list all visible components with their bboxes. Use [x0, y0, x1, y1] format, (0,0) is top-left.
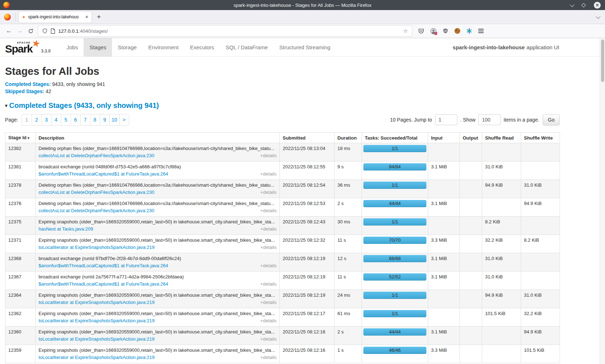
reload-icon[interactable]	[25, 28, 36, 34]
firefox-view-icon[interactable]	[4, 14, 11, 21]
forward-button[interactable]: →	[14, 27, 25, 35]
items-per-page-input[interactable]	[478, 114, 501, 125]
submitted-cell: 2022/11/25 08:12:53	[280, 198, 335, 217]
stage-detail-link[interactable]: toLocalIterator at ExpireSnapshotsSparkA…	[39, 336, 154, 343]
nav-item-stages[interactable]: Stages	[84, 38, 112, 56]
nav-item-sql-dataframe[interactable]: SQL / DataFrame	[220, 38, 274, 56]
description-subline: toLocalIterator at ExpireSnapshotsSparkA…	[39, 354, 277, 361]
details-toggle[interactable]: +details	[260, 152, 277, 159]
list-tabs-chevron-icon[interactable]	[596, 14, 601, 19]
tasks-progress-bar: 1/1	[363, 182, 426, 189]
tab-close-icon[interactable]: ×	[85, 14, 88, 19]
shuffle-read-cell: 31.0 KiB	[482, 253, 521, 272]
tasks-progress-bar: 70/70	[363, 237, 426, 244]
next-page-button[interactable]: >	[119, 114, 129, 125]
stage-row: 12378Deleting orphan files (older_than=1…	[5, 180, 560, 198]
col-header-output[interactable]: Output	[460, 133, 482, 143]
details-toggle[interactable]: +details	[260, 336, 277, 343]
stage-detail-link[interactable]: hasNext at Tasks.java:209	[39, 226, 93, 233]
description-subline: $anonfun$withThreadLocalCaptured$1 at Fu…	[39, 262, 277, 269]
nav-item-environment[interactable]: Environment	[143, 38, 184, 56]
nav-item-jobs[interactable]: Jobs	[61, 38, 84, 56]
details-toggle[interactable]: +details	[260, 262, 277, 269]
col-header-tasks-succeeded-total[interactable]: Tasks: Succeeded/Total	[362, 133, 428, 143]
col-header-input[interactable]: Input	[428, 133, 460, 143]
page-button-10[interactable]: 10	[109, 114, 119, 125]
completed-stages-section-header[interactable]: ▾Completed Stages (9433, only showing 94…	[5, 101, 605, 110]
spark-version: 3.3.0	[41, 49, 51, 54]
page-button-4[interactable]: 4	[51, 114, 61, 125]
details-toggle[interactable]: +details	[260, 226, 277, 233]
cookie-icon[interactable]	[454, 28, 460, 34]
details-toggle[interactable]: +details	[260, 299, 277, 306]
stage-detail-link[interactable]: $anonfun$withThreadLocalCaptured$1 at Fu…	[39, 170, 168, 178]
page-button-9[interactable]: 9	[100, 114, 109, 125]
duration-cell: 24 ms	[335, 290, 362, 308]
completed-stages-link[interactable]: Completed Stages:	[5, 81, 51, 87]
scrollbar[interactable]	[600, 38, 605, 364]
browser-tab[interactable]: ★ spark-ingest-into-lakehous ×	[19, 12, 91, 23]
submitted-cell: 2022/11/25 08:12:54	[280, 180, 335, 198]
skipped-stages-link[interactable]: Skipped Stages:	[5, 88, 44, 94]
stage-detail-link[interactable]: toLocalIterator at ExpireSnapshotsSparkA…	[39, 354, 154, 361]
col-header-submitted[interactable]: Submitted	[280, 133, 335, 143]
stage-detail-link[interactable]: $anonfun$withThreadLocalCaptured$1 at Fu…	[39, 281, 168, 288]
pocket-icon[interactable]	[418, 28, 424, 34]
col-header-stage-id[interactable]: Stage Id▾	[5, 133, 36, 143]
page-icon[interactable]	[51, 28, 55, 34]
col-header-description[interactable]: Description	[36, 133, 280, 143]
stage-detail-link[interactable]: toLocalIterator at ExpireSnapshotsSparkA…	[39, 244, 154, 251]
new-tab-button[interactable]: +	[97, 13, 101, 21]
details-toggle[interactable]: +details	[260, 281, 277, 288]
details-toggle[interactable]: +details	[260, 244, 277, 251]
stage-id-cell: 12376	[5, 198, 36, 217]
description-subline: hasNext at Tasks.java:209+details	[39, 226, 277, 233]
stage-detail-link[interactable]: toLocalIterator at ExpireSnapshotsSparkA…	[39, 299, 154, 306]
page-button-7[interactable]: 7	[80, 114, 90, 125]
maximize-icon[interactable]	[581, 3, 586, 8]
table-header-row: Stage Id▾DescriptionSubmittedDurationTas…	[5, 133, 560, 143]
page-button-5[interactable]: 5	[61, 114, 71, 125]
go-button[interactable]: Go	[543, 114, 560, 126]
menu-icon[interactable]	[478, 29, 484, 33]
back-button[interactable]: ←	[4, 27, 14, 35]
stage-detail-link[interactable]: toLocalIterator at ExpireSnapshotsSparkA…	[39, 317, 154, 324]
page-button-1[interactable]: 1	[22, 114, 32, 125]
stage-detail-link[interactable]: collectAsList at DeleteOrphanFilesSparkA…	[39, 152, 154, 159]
extension-asterisk-icon[interactable]	[466, 28, 472, 34]
shield-icon[interactable]	[42, 28, 48, 34]
ublock-icon[interactable]: uO	[443, 28, 448, 34]
stage-row: 12376Deleting orphan files (older_than=1…	[5, 198, 560, 217]
url-text[interactable]: 127.0.0.1:4040/stages/	[58, 28, 108, 34]
stage-detail-link[interactable]: $anonfun$withThreadLocalCaptured$1 at Fu…	[39, 262, 168, 269]
page-button-2[interactable]: 2	[32, 114, 41, 125]
bookmark-star-icon[interactable]: ☆	[403, 28, 408, 34]
col-header-duration[interactable]: Duration	[335, 133, 362, 143]
details-toggle[interactable]: +details	[260, 170, 277, 178]
spark-favicon-icon: ★	[22, 14, 26, 19]
stage-row: 12371Expiring snapshots (older_than=1669…	[5, 235, 560, 253]
account-icon[interactable]: ×	[430, 28, 436, 34]
spark-logo[interactable]: APACHE Spark ★	[5, 38, 39, 56]
page-button-8[interactable]: 8	[90, 114, 100, 125]
pages-info-text: 10 Pages. Jump to	[390, 117, 432, 123]
stage-detail-link[interactable]: collectAsList at DeleteOrphanFilesSparkA…	[39, 207, 154, 214]
stage-detail-link[interactable]: collectAsList at DeleteOrphanFilesSparkA…	[39, 189, 154, 196]
page-button-6[interactable]: 6	[71, 114, 80, 125]
details-toggle[interactable]: +details	[260, 317, 277, 324]
col-header-shuffle-write[interactable]: Shuffle Write	[521, 133, 560, 143]
details-toggle[interactable]: +details	[260, 207, 277, 214]
close-icon[interactable]: ×	[594, 2, 601, 9]
details-toggle[interactable]: +details	[260, 354, 277, 361]
minimize-icon[interactable]	[570, 2, 575, 7]
nav-item-executors[interactable]: Executors	[184, 38, 220, 56]
nav-item-storage[interactable]: Storage	[112, 38, 143, 56]
page-button-3[interactable]: 3	[41, 114, 51, 125]
description-subline: collectAsList at DeleteOrphanFilesSparkA…	[39, 152, 277, 159]
url-bar[interactable]: 127.0.0.1:4040/stages/ ☆	[38, 26, 412, 36]
scrollbar-thumb[interactable]	[601, 40, 604, 82]
nav-item-structured-streaming[interactable]: Structured Streaming	[274, 38, 336, 56]
jump-to-page-input[interactable]	[435, 114, 457, 125]
details-toggle[interactable]: +details	[260, 189, 277, 196]
col-header-shuffle-read[interactable]: Shuffle Read	[482, 133, 521, 143]
